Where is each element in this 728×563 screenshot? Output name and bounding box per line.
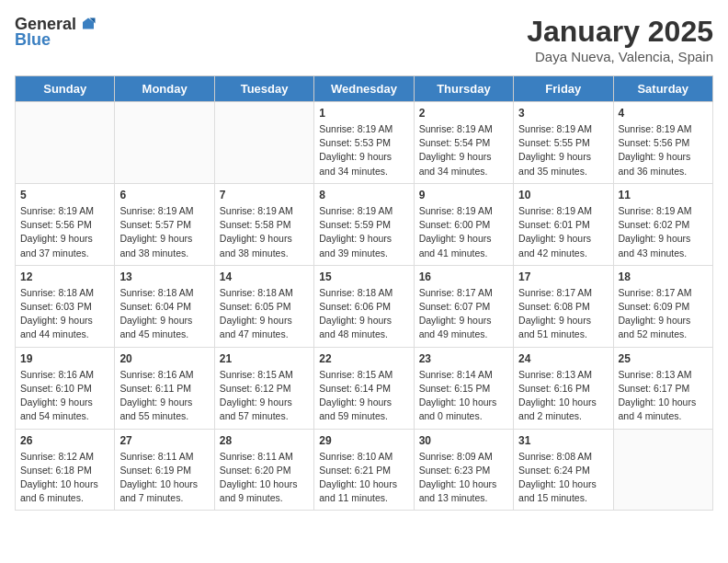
day-number: 28 bbox=[220, 434, 309, 447]
day-number: 4 bbox=[619, 107, 708, 120]
calendar-cell: 22Sunrise: 8:15 AM Sunset: 6:14 PM Dayli… bbox=[314, 347, 414, 429]
weekday-header-saturday: Saturday bbox=[613, 76, 712, 102]
logo: General Blue bbox=[15, 15, 97, 50]
weekday-header-wednesday: Wednesday bbox=[314, 76, 414, 102]
day-content: Sunrise: 8:16 AM Sunset: 6:10 PM Dayligh… bbox=[20, 368, 109, 424]
day-content: Sunrise: 8:18 AM Sunset: 6:06 PM Dayligh… bbox=[319, 286, 408, 342]
day-number: 30 bbox=[419, 434, 508, 447]
day-number: 12 bbox=[20, 270, 109, 283]
calendar-cell: 9Sunrise: 8:19 AM Sunset: 6:00 PM Daylig… bbox=[414, 183, 513, 265]
day-number: 26 bbox=[20, 434, 109, 447]
calendar-cell: 14Sunrise: 8:18 AM Sunset: 6:05 PM Dayli… bbox=[214, 265, 313, 347]
calendar-cell bbox=[214, 102, 313, 184]
day-content: Sunrise: 8:19 AM Sunset: 6:00 PM Dayligh… bbox=[419, 204, 508, 260]
day-content: Sunrise: 8:17 AM Sunset: 6:09 PM Dayligh… bbox=[619, 286, 708, 342]
weekday-header-sunday: Sunday bbox=[16, 76, 115, 102]
calendar-cell bbox=[115, 102, 214, 184]
day-content: Sunrise: 8:11 AM Sunset: 6:19 PM Dayligh… bbox=[119, 450, 209, 506]
day-number: 10 bbox=[518, 189, 608, 201]
day-content: Sunrise: 8:16 AM Sunset: 6:11 PM Dayligh… bbox=[119, 368, 209, 424]
calendar-cell: 2Sunrise: 8:19 AM Sunset: 5:54 PM Daylig… bbox=[414, 102, 513, 184]
day-content: Sunrise: 8:17 AM Sunset: 6:07 PM Dayligh… bbox=[419, 286, 508, 342]
calendar-cell: 18Sunrise: 8:17 AM Sunset: 6:09 PM Dayli… bbox=[613, 265, 712, 347]
day-content: Sunrise: 8:13 AM Sunset: 6:16 PM Dayligh… bbox=[518, 368, 608, 424]
day-content: Sunrise: 8:18 AM Sunset: 6:04 PM Dayligh… bbox=[119, 286, 209, 342]
calendar-cell: 6Sunrise: 8:19 AM Sunset: 5:57 PM Daylig… bbox=[115, 183, 214, 265]
weekday-header-monday: Monday bbox=[115, 76, 214, 102]
day-number: 13 bbox=[119, 270, 209, 283]
day-content: Sunrise: 8:19 AM Sunset: 5:59 PM Dayligh… bbox=[319, 204, 408, 260]
calendar-cell bbox=[16, 102, 115, 184]
day-content: Sunrise: 8:08 AM Sunset: 6:24 PM Dayligh… bbox=[518, 450, 608, 506]
calendar-cell: 8Sunrise: 8:19 AM Sunset: 5:59 PM Daylig… bbox=[314, 183, 414, 265]
day-number: 19 bbox=[20, 352, 109, 365]
day-number: 8 bbox=[319, 189, 408, 201]
day-content: Sunrise: 8:19 AM Sunset: 5:55 PM Dayligh… bbox=[518, 122, 608, 178]
day-content: Sunrise: 8:19 AM Sunset: 5:53 PM Dayligh… bbox=[319, 122, 408, 178]
day-content: Sunrise: 8:19 AM Sunset: 5:56 PM Dayligh… bbox=[619, 122, 708, 178]
calendar-cell: 20Sunrise: 8:16 AM Sunset: 6:11 PM Dayli… bbox=[115, 347, 214, 429]
day-content: Sunrise: 8:18 AM Sunset: 6:05 PM Dayligh… bbox=[220, 286, 309, 342]
calendar-cell: 28Sunrise: 8:11 AM Sunset: 6:20 PM Dayli… bbox=[214, 429, 313, 511]
day-content: Sunrise: 8:19 AM Sunset: 5:57 PM Dayligh… bbox=[119, 204, 209, 260]
day-content: Sunrise: 8:19 AM Sunset: 5:54 PM Dayligh… bbox=[419, 122, 508, 178]
day-number: 17 bbox=[518, 270, 608, 283]
day-number: 5 bbox=[20, 189, 109, 201]
calendar-cell: 15Sunrise: 8:18 AM Sunset: 6:06 PM Dayli… bbox=[314, 265, 414, 347]
day-content: Sunrise: 8:11 AM Sunset: 6:20 PM Dayligh… bbox=[220, 450, 309, 506]
calendar-cell bbox=[613, 429, 712, 511]
day-number: 21 bbox=[220, 352, 309, 365]
calendar-cell: 12Sunrise: 8:18 AM Sunset: 6:03 PM Dayli… bbox=[16, 265, 115, 347]
calendar-week-2: 5Sunrise: 8:19 AM Sunset: 5:56 PM Daylig… bbox=[16, 183, 713, 265]
calendar-table: SundayMondayTuesdayWednesdayThursdayFrid… bbox=[15, 75, 713, 511]
calendar-cell: 21Sunrise: 8:15 AM Sunset: 6:12 PM Dayli… bbox=[214, 347, 313, 429]
calendar-cell: 10Sunrise: 8:19 AM Sunset: 6:01 PM Dayli… bbox=[514, 183, 613, 265]
calendar-cell: 16Sunrise: 8:17 AM Sunset: 6:07 PM Dayli… bbox=[414, 265, 513, 347]
day-number: 6 bbox=[119, 189, 209, 201]
location-subtitle: Daya Nueva, Valencia, Spain bbox=[527, 49, 713, 64]
day-number: 2 bbox=[419, 107, 508, 120]
calendar-cell: 19Sunrise: 8:16 AM Sunset: 6:10 PM Dayli… bbox=[16, 347, 115, 429]
day-number: 11 bbox=[619, 189, 708, 201]
day-number: 14 bbox=[220, 270, 309, 283]
calendar-cell: 30Sunrise: 8:09 AM Sunset: 6:23 PM Dayli… bbox=[414, 429, 513, 511]
day-content: Sunrise: 8:18 AM Sunset: 6:03 PM Dayligh… bbox=[20, 286, 109, 342]
calendar-cell: 31Sunrise: 8:08 AM Sunset: 6:24 PM Dayli… bbox=[514, 429, 613, 511]
day-number: 22 bbox=[319, 352, 408, 365]
weekday-header-row: SundayMondayTuesdayWednesdayThursdayFrid… bbox=[16, 76, 713, 102]
day-number: 3 bbox=[518, 107, 608, 120]
day-content: Sunrise: 8:09 AM Sunset: 6:23 PM Dayligh… bbox=[419, 450, 508, 506]
day-content: Sunrise: 8:19 AM Sunset: 5:58 PM Dayligh… bbox=[220, 204, 309, 260]
calendar-cell: 13Sunrise: 8:18 AM Sunset: 6:04 PM Dayli… bbox=[115, 265, 214, 347]
month-title: January 2025 bbox=[527, 15, 713, 49]
calendar-cell: 26Sunrise: 8:12 AM Sunset: 6:18 PM Dayli… bbox=[16, 429, 115, 511]
day-number: 25 bbox=[619, 352, 708, 365]
calendar-cell: 29Sunrise: 8:10 AM Sunset: 6:21 PM Dayli… bbox=[314, 429, 414, 511]
weekday-header-friday: Friday bbox=[514, 76, 613, 102]
calendar-week-5: 26Sunrise: 8:12 AM Sunset: 6:18 PM Dayli… bbox=[16, 429, 713, 511]
calendar-cell: 4Sunrise: 8:19 AM Sunset: 5:56 PM Daylig… bbox=[613, 102, 712, 184]
weekday-header-thursday: Thursday bbox=[414, 76, 513, 102]
day-number: 31 bbox=[518, 434, 608, 447]
day-content: Sunrise: 8:14 AM Sunset: 6:15 PM Dayligh… bbox=[419, 368, 508, 424]
day-number: 20 bbox=[119, 352, 209, 365]
calendar-cell: 1Sunrise: 8:19 AM Sunset: 5:53 PM Daylig… bbox=[314, 102, 414, 184]
day-content: Sunrise: 8:13 AM Sunset: 6:17 PM Dayligh… bbox=[619, 368, 708, 424]
calendar-cell: 25Sunrise: 8:13 AM Sunset: 6:17 PM Dayli… bbox=[613, 347, 712, 429]
calendar-week-4: 19Sunrise: 8:16 AM Sunset: 6:10 PM Dayli… bbox=[16, 347, 713, 429]
day-number: 16 bbox=[419, 270, 508, 283]
calendar-week-3: 12Sunrise: 8:18 AM Sunset: 6:03 PM Dayli… bbox=[16, 265, 713, 347]
day-number: 23 bbox=[419, 352, 508, 365]
day-number: 7 bbox=[220, 189, 309, 201]
day-number: 18 bbox=[619, 270, 708, 283]
day-content: Sunrise: 8:10 AM Sunset: 6:21 PM Dayligh… bbox=[319, 450, 408, 506]
day-content: Sunrise: 8:15 AM Sunset: 6:14 PM Dayligh… bbox=[319, 368, 408, 424]
logo-icon bbox=[80, 17, 97, 33]
page-header: General Blue January 2025 Daya Nueva, Va… bbox=[15, 15, 713, 64]
day-content: Sunrise: 8:12 AM Sunset: 6:18 PM Dayligh… bbox=[20, 450, 109, 506]
title-block: January 2025 Daya Nueva, Valencia, Spain bbox=[527, 15, 713, 64]
day-number: 29 bbox=[319, 434, 408, 447]
calendar-cell: 27Sunrise: 8:11 AM Sunset: 6:19 PM Dayli… bbox=[115, 429, 214, 511]
day-number: 27 bbox=[119, 434, 209, 447]
calendar-cell: 23Sunrise: 8:14 AM Sunset: 6:15 PM Dayli… bbox=[414, 347, 513, 429]
